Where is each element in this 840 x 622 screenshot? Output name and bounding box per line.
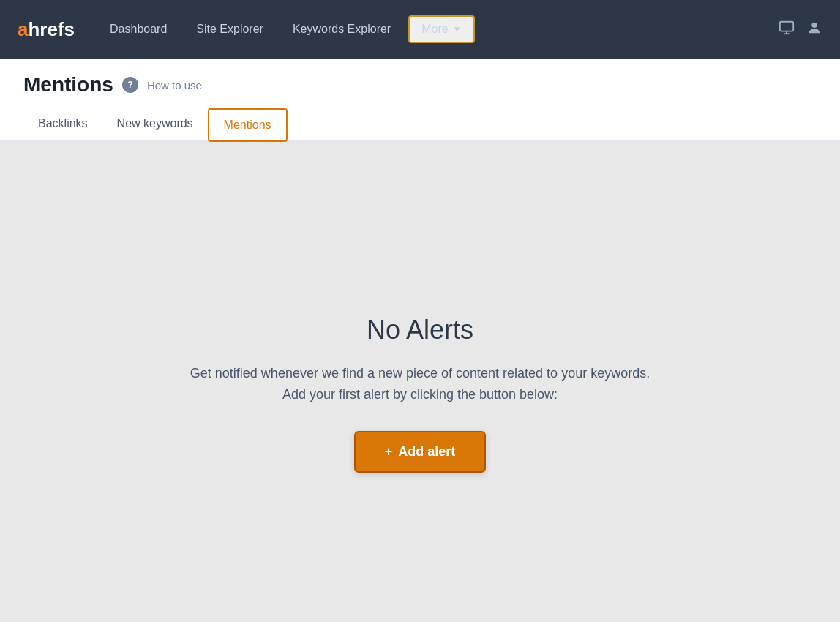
empty-desc-line1: Get notified whenever we find a new piec… — [190, 366, 650, 381]
chevron-down-icon: ▼ — [453, 24, 462, 34]
page-title-row: Mentions ? How to use — [23, 73, 817, 97]
page-header: Mentions ? How to use Backlinks New keyw… — [0, 59, 840, 141]
tab-mentions[interactable]: Mentions — [208, 108, 288, 142]
svg-rect-0 — [780, 21, 793, 31]
logo-text: ahrefs — [18, 18, 75, 41]
nav-links: Dashboard Site Explorer Keywords Explore… — [98, 15, 773, 43]
navbar: ahrefs Dashboard Site Explorer Keywords … — [0, 0, 840, 59]
add-alert-label: Add alert — [398, 444, 455, 460]
nav-site-explorer[interactable]: Site Explorer — [184, 17, 275, 42]
how-to-use-link[interactable]: How to use — [147, 79, 202, 91]
nav-more-button[interactable]: More ▼ — [408, 15, 474, 43]
nav-more-label: More — [421, 23, 448, 36]
empty-desc-line2: Add your first alert by clicking the but… — [282, 387, 558, 402]
empty-state-title: No Alerts — [190, 315, 650, 345]
nav-keywords-explorer[interactable]: Keywords Explorer — [281, 17, 402, 42]
logo[interactable]: ahrefs — [18, 18, 75, 41]
main-content: No Alerts Get notified whenever we find … — [0, 141, 840, 622]
logo-rest: hrefs — [28, 18, 75, 40]
tab-new-keywords[interactable]: New keywords — [102, 108, 208, 141]
empty-state-description: Get notified whenever we find a new piec… — [190, 363, 650, 405]
nav-right — [779, 20, 822, 40]
tabs-container: Backlinks New keywords Mentions — [23, 108, 817, 140]
svg-point-3 — [811, 22, 817, 27]
empty-state: No Alerts Get notified whenever we find … — [161, 285, 679, 503]
nav-dashboard[interactable]: Dashboard — [98, 17, 179, 42]
add-alert-button[interactable]: + Add alert — [354, 431, 487, 473]
logo-a-letter: a — [18, 18, 28, 40]
help-icon[interactable]: ? — [122, 77, 138, 93]
monitor-icon[interactable] — [779, 20, 795, 40]
page-title: Mentions — [23, 73, 113, 97]
tab-backlinks[interactable]: Backlinks — [23, 108, 102, 141]
user-icon[interactable] — [806, 20, 822, 40]
add-alert-prefix: + — [385, 444, 393, 460]
